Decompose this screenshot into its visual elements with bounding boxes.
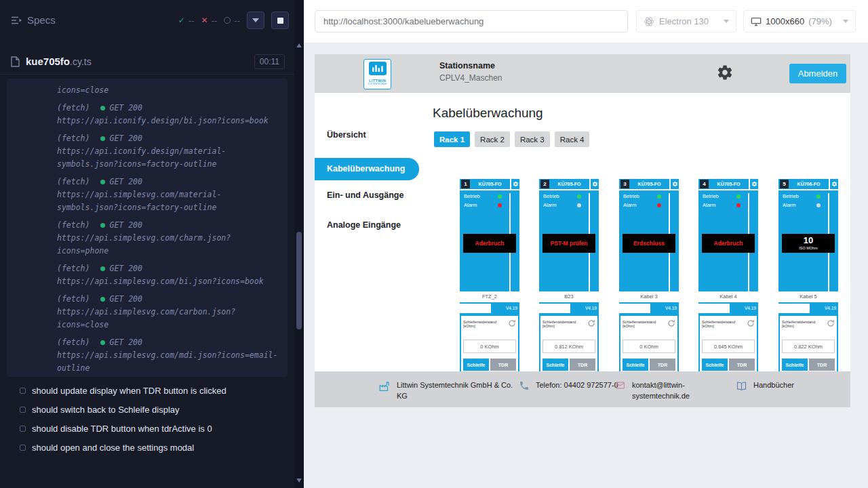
tdr-button[interactable]: TDR	[650, 359, 675, 371]
run-stats: ✓-- ✕-- --	[178, 12, 289, 29]
spec-header[interactable]: kue705fo.cy.ts 00:11	[0, 49, 294, 75]
station-label: Stationsname	[439, 61, 502, 70]
scrollbar-thumb[interactable]	[296, 232, 302, 329]
cable-name-field: B23	[539, 291, 599, 302]
status-display: Erdschluss	[623, 234, 675, 253]
test-row[interactable]: should disable TDR button when tdrActive…	[0, 419, 294, 438]
device-number: 5	[780, 180, 789, 188]
sidebar-item-uebersicht[interactable]: Übersicht	[315, 129, 366, 141]
log-url-line[interactable]: icons=close	[57, 84, 279, 97]
device-settings-icon[interactable]	[589, 179, 599, 189]
collapse-reporter-button[interactable]	[247, 12, 264, 29]
browser-select[interactable]: Electron 130	[636, 10, 736, 33]
sidebar-item-kabelueberwachung[interactable]: Kabelüberwachung	[315, 158, 419, 180]
test-collapse-icon	[20, 445, 26, 451]
stop-run-button[interactable]	[271, 12, 289, 29]
schleife-button[interactable]: Schleife	[702, 359, 728, 371]
device-card-2: 2KÜ705-FO Betrieb Alarm PST-M prüfen B23…	[539, 179, 599, 389]
schleife-button[interactable]: Schleife	[542, 359, 568, 371]
refresh-icon[interactable]	[587, 318, 595, 330]
electron-icon	[644, 16, 654, 27]
schleife-button[interactable]: Schleife	[782, 359, 808, 371]
spec-file-icon	[11, 56, 20, 67]
device-settings-icon[interactable]	[829, 179, 838, 189]
log-url-line[interactable]: https://api.simplesvg.com/mdi.json?icons…	[57, 349, 279, 375]
log-fetch-line[interactable]: (fetch)GET 200	[57, 102, 279, 115]
reporter-scrollbar[interactable]	[294, 0, 304, 488]
sidebar-item-analoge-eingaenge[interactable]: Analoge Eingänge	[315, 220, 401, 231]
factory-icon	[378, 380, 391, 392]
refresh-icon[interactable]	[508, 318, 516, 330]
device-settings-icon[interactable]	[669, 179, 679, 189]
resistance-value: 0 KOhm	[623, 340, 675, 353]
station-name: CPLV4_Maschen	[439, 73, 502, 83]
refresh-icon[interactable]	[827, 318, 835, 330]
alarm-led	[736, 203, 741, 207]
firmware-version: V4.19	[491, 304, 519, 313]
alarm-led	[816, 203, 821, 207]
tdr-button[interactable]: TDR	[729, 359, 755, 371]
log-url-line[interactable]: https://api.iconify.design/bi.json?icons…	[57, 115, 279, 127]
device-model: KÜ705-FO	[470, 182, 510, 186]
log-fetch-line[interactable]: (fetch)GET 200	[57, 262, 279, 275]
url-input[interactable]	[315, 10, 628, 33]
scroll-down-arrow[interactable]	[296, 479, 302, 483]
footer-company: Littwin Systemtechnik GmbH & Co. KG	[378, 380, 517, 401]
log-url-line[interactable]: https://api.simplesvg.com/carbon.json?ic…	[57, 306, 279, 331]
test-row[interactable]: should switch back to Schleife display	[0, 400, 294, 419]
spec-extension: .cy.ts	[70, 56, 92, 67]
log-url-line[interactable]: https://api.simplesvg.com/bi.json?icons=…	[57, 275, 279, 288]
tab-rack-3[interactable]: Rack 3	[515, 131, 550, 147]
device-card-4: 4KÜ705-FO Betrieb Alarm Aderbruch Kabel …	[698, 179, 758, 389]
email-icon	[614, 380, 626, 390]
viewport-select[interactable]: 1000x660 (79%)	[743, 10, 856, 33]
device-number: 3	[620, 180, 629, 188]
status-display: Aderbruch	[702, 234, 755, 253]
kabelueberwachung-app: LITTWIN SYSTEMTECHNIK Stationsname CPLV4…	[315, 54, 850, 407]
log-fetch-line[interactable]: (fetch)GET 200	[57, 176, 279, 188]
log-fetch-line[interactable]: (fetch)GET 200	[57, 293, 279, 306]
tab-rack-4[interactable]: Rack 4	[555, 131, 590, 147]
command-log: icons=close (fetch)GET 200 https://api.i…	[7, 79, 288, 377]
sidebar-item-ein-und-ausgaenge[interactable]: Ein- und Ausgänge	[315, 190, 403, 201]
cable-name-field: Kabel 3	[619, 291, 679, 302]
test-collapse-icon	[20, 407, 26, 413]
log-url-line[interactable]: https://api.simplesvg.com/charm.json?ico…	[57, 232, 279, 258]
footer-email[interactable]: kontakt@littwin-systemtechnik.de	[614, 380, 703, 401]
device-settings-icon[interactable]	[749, 179, 758, 189]
schleife-button[interactable]: Schleife	[463, 359, 489, 371]
viewport-zoom: (79%)	[808, 16, 832, 26]
log-url-line[interactable]: https://api.simplesvg.com/material-symbo…	[57, 188, 279, 214]
logout-button[interactable]: Abmelden	[789, 64, 846, 83]
tdr-button[interactable]: TDR	[490, 359, 516, 371]
scroll-up-arrow[interactable]	[296, 43, 302, 47]
tab-rack-1[interactable]: Rack 1	[434, 131, 470, 147]
measurement-label: Schleifenwiderstand [kOhm]	[702, 318, 747, 328]
tdr-button[interactable]: TDR	[570, 359, 595, 371]
stat-failed: ✕--	[201, 16, 218, 26]
tab-rack-2[interactable]: Rack 2	[475, 131, 510, 147]
settings-gear-icon[interactable]	[716, 64, 735, 83]
log-fetch-line[interactable]: (fetch)GET 200	[57, 132, 279, 145]
footer-manuals[interactable]: Handbücher	[736, 380, 794, 392]
refresh-icon[interactable]	[747, 318, 755, 330]
log-url-line[interactable]: https://api.iconify.design/material-symb…	[57, 145, 279, 171]
test-row[interactable]: should open and close the settings modal	[0, 438, 294, 457]
browser-toolbar: Electron 130 1000x660 (79%)	[304, 0, 868, 43]
device-number: 2	[540, 180, 549, 188]
aut-stage: LITTWIN SYSTEMTECHNIK Stationsname CPLV4…	[304, 43, 868, 488]
tdr-button[interactable]: TDR	[809, 359, 835, 371]
schleife-button[interactable]: Schleife	[623, 359, 648, 371]
spare-field	[460, 304, 491, 313]
betrieb-led	[816, 195, 821, 199]
test-list: should update display when TDR button is…	[0, 381, 294, 457]
log-fetch-line[interactable]: (fetch)GET 200	[57, 336, 279, 349]
page-title: Kabelüberwachung	[433, 106, 543, 121]
device-card-1: 1KÜ705-FO Betrieb Alarm Aderbruch FTZ_2 …	[460, 179, 519, 389]
monitor-icon	[751, 17, 762, 26]
refresh-icon[interactable]	[667, 318, 675, 330]
log-fetch-line[interactable]: (fetch)GET 200	[57, 219, 279, 232]
test-row[interactable]: should update display when TDR button is…	[0, 381, 294, 400]
device-settings-icon[interactable]	[510, 179, 519, 189]
specs-menu-button[interactable]: Specs	[11, 14, 56, 26]
